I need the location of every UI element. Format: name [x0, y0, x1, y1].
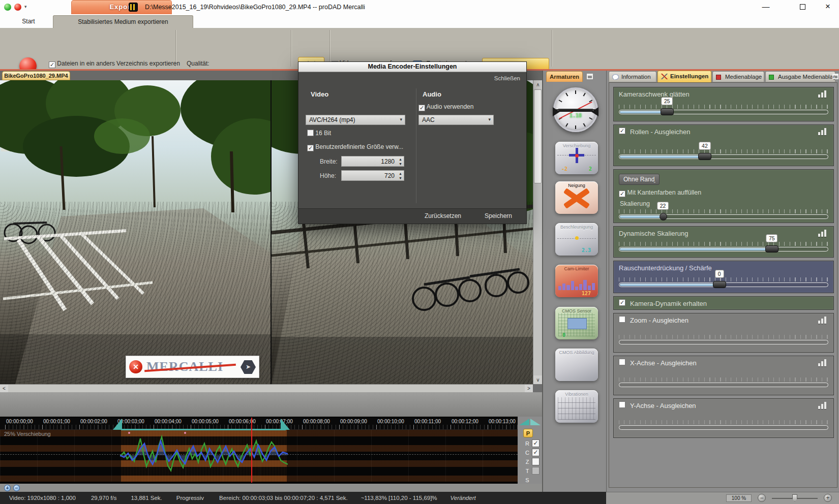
- rollen-checkbox[interactable]: ✓: [619, 128, 625, 134]
- custom-size-checkbox[interactable]: ✓: [307, 145, 314, 151]
- x-achse-checkbox[interactable]: [619, 359, 625, 365]
- ruler-label: 00:00:10;00: [377, 419, 404, 424]
- rauschunterdrueckung-slider[interactable]: 0: [619, 277, 828, 291]
- tab-ausgabe-medienablage[interactable]: Ausgabe Medienablage: [765, 71, 835, 82]
- card-kamera-dynamik: ✓ Kamera-Dynamik erhalten: [613, 296, 834, 310]
- window-title: D:\Messe2015_16_19\Rohvideos\BikeGoPro10…: [145, 4, 365, 11]
- vibration-grid-icon: [558, 397, 595, 420]
- track-r-checkbox[interactable]: ✓: [532, 439, 540, 447]
- playhead[interactable]: [251, 418, 252, 483]
- tab-information[interactable]: Information: [609, 71, 656, 82]
- width-input[interactable]: 1280 ▲▼: [341, 156, 404, 167]
- histogram-icon[interactable]: [818, 359, 828, 366]
- undock-panel-icon[interactable]: [832, 74, 838, 79]
- spinner-arrows-icon[interactable]: ▲▼: [399, 171, 402, 180]
- close-button[interactable]: ×: [817, 0, 839, 14]
- tab-armaturen[interactable]: Armaturen: [546, 71, 583, 82]
- kameraschwenk-slider[interactable]: 25: [619, 105, 828, 118]
- rotation-clock-gauge: 1.18: [553, 87, 598, 132]
- export-directory-checkbox[interactable]: ✓: [49, 61, 55, 68]
- quick-access-caret-icon[interactable]: ▾: [24, 4, 27, 9]
- spinner-arrows-icon[interactable]: ▲▼: [399, 157, 402, 166]
- status-video-info: Video: 1920x1080 : 1,000: [9, 495, 76, 501]
- x-achse-slider: [619, 377, 828, 391]
- fill-edge-checkbox[interactable]: ✓: [619, 191, 625, 197]
- card-y-achse: Y-Achse - Ausgleichen: [613, 398, 834, 438]
- scroll-up-icon[interactable]: ∧: [533, 80, 543, 89]
- dialog-close-link[interactable]: Schließen: [494, 75, 520, 81]
- timeline-ruler[interactable]: 00:00:00;00 00:00:01;00 00:00:02;00 00:0…: [0, 418, 518, 430]
- slider-handle[interactable]: [713, 281, 726, 288]
- chevron-down-icon: ▾: [488, 117, 491, 122]
- track-s-label: S: [524, 477, 531, 483]
- chevron-down-icon: ⌄: [652, 176, 656, 186]
- track-c-checkbox[interactable]: ✓: [532, 449, 540, 456]
- skalierung-slider[interactable]: 22: [619, 209, 828, 223]
- scroll-down-icon[interactable]: ∨: [533, 375, 543, 384]
- audio-section-label: Audio: [423, 90, 441, 98]
- timeline-zoom-out-icon[interactable]: −: [13, 485, 20, 491]
- panel-zoom-in-icon[interactable]: +: [824, 494, 832, 502]
- histogram-icon[interactable]: [818, 317, 828, 324]
- vertical-scroll-thumb[interactable]: [534, 89, 542, 183]
- preview-vertical-scrollbar[interactable]: ∧ ∨: [533, 80, 542, 384]
- rollen-slider[interactable]: 42: [619, 149, 828, 163]
- histogram-icon[interactable]: [818, 230, 828, 237]
- maximize-button[interactable]: [792, 0, 813, 14]
- timeline[interactable]: 00:00:00;00 00:00:01;00 00:00:02;00 00:0…: [0, 417, 518, 484]
- speech-bubble-icon: [612, 74, 619, 80]
- height-input[interactable]: 720 ▲▼: [341, 170, 404, 181]
- status-zoom-range: ~113,83% [110,20 - 115,69]%: [361, 495, 437, 501]
- card-dynamische-skalierung: Dynamische Skalierung 75: [613, 226, 834, 258]
- tab-stabilisiertes-medium-exportieren[interactable]: Stabilisiertes Medium exportieren: [53, 15, 193, 28]
- tab-medienablage[interactable]: Medienablage: [712, 71, 764, 82]
- app-menu-green-icon[interactable]: [4, 4, 11, 11]
- media-encoder-dialog: Media Encoder-Einstellungen Schließen Vi…: [298, 61, 527, 224]
- save-button[interactable]: Speichern: [485, 212, 512, 219]
- slider-handle[interactable]: [660, 213, 667, 220]
- scroll-left-icon[interactable]: <: [0, 385, 8, 393]
- histogram-icon[interactable]: [818, 90, 828, 98]
- tab-start[interactable]: Start: [6, 15, 51, 28]
- neigung-gauge: Neigung: [555, 181, 598, 214]
- panel-zoom-out-icon[interactable]: −: [758, 494, 766, 502]
- timeline-zoom-strip: [0, 484, 542, 492]
- slider-handle[interactable]: [698, 153, 711, 160]
- quality-label: Qualität:: [187, 60, 209, 67]
- bit16-checkbox[interactable]: [307, 130, 314, 136]
- ruler-label: 00:00:04;00: [155, 419, 182, 424]
- audio-codec-select[interactable]: AAC▾: [418, 115, 494, 125]
- reset-button[interactable]: Zurücksetzen: [425, 212, 461, 219]
- border-mode-dropdown[interactable]: Ohne Rand⌄: [619, 174, 660, 185]
- app-menu-red-icon[interactable]: [14, 4, 21, 11]
- zoom-ausgleichen-checkbox[interactable]: [619, 316, 625, 323]
- track-t-checkbox[interactable]: [532, 467, 540, 475]
- undock-panel-icon[interactable]: [587, 74, 593, 79]
- vibrationen-gauge: Vibrationen: [555, 390, 598, 423]
- minimize-button[interactable]: —: [756, 0, 776, 14]
- slider-handle[interactable]: [765, 245, 778, 253]
- slider-handle[interactable]: [661, 108, 674, 115]
- y-achse-slider: [619, 420, 828, 433]
- preview-horizontal-scrollbar[interactable]: < >: [0, 384, 533, 392]
- preview-tab[interactable]: BikeGoPro1080_29.MP4: [2, 71, 70, 80]
- tab-einstellungen[interactable]: Einstellungen: [657, 71, 711, 82]
- crosshair-icon: [575, 154, 579, 158]
- use-audio-checkbox[interactable]: ✓: [418, 105, 425, 111]
- video-codec-select[interactable]: AVC/H264 (mp4)▾: [306, 115, 405, 125]
- histogram-icon[interactable]: [818, 402, 828, 409]
- dynamische-skalierung-slider[interactable]: 75: [619, 242, 828, 255]
- bit16-row: 16 Bit: [307, 130, 331, 137]
- y-achse-checkbox[interactable]: [619, 401, 625, 408]
- cmos-sensor-gauge: CMOS Sensor 0: [555, 307, 598, 339]
- track-p-badge[interactable]: P: [523, 429, 533, 437]
- track-z-checkbox[interactable]: [532, 458, 540, 465]
- timeline-zoom-in-icon[interactable]: +: [4, 485, 11, 491]
- histogram-icon[interactable]: [818, 128, 828, 135]
- kamera-dynamik-checkbox[interactable]: ✓: [619, 299, 625, 306]
- scroll-right-icon[interactable]: >: [525, 385, 533, 393]
- panel-zoom-handle[interactable]: [792, 494, 797, 501]
- track-t-label: T: [524, 468, 531, 474]
- red-square-icon: [716, 75, 721, 80]
- custom-size-row: ✓ Benutzerdefinierte Größe verw...: [307, 143, 403, 151]
